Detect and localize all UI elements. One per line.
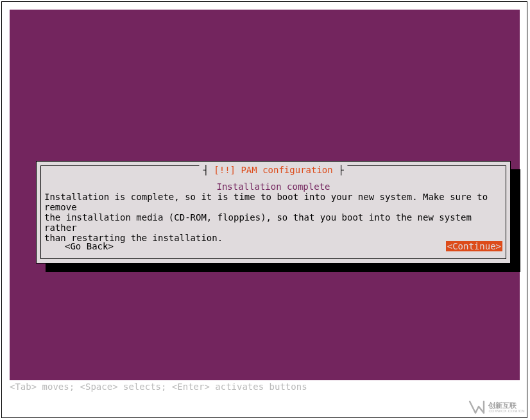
title-text: PAM configuration (235, 165, 333, 175)
title-border-right: ├ (333, 165, 344, 175)
dialog-body: Installation is complete, so it is time … (44, 192, 502, 243)
watermark-en: CDXWCX.COM/CN (488, 409, 525, 413)
dialog-title: ┤ [!!] PAM configuration ├ (199, 165, 347, 175)
title-priority-mark: [!!] (214, 165, 235, 175)
watermark: 创新互联 CDXWCX.COM/CN (468, 398, 525, 416)
continue-button[interactable]: <Continue> (446, 241, 502, 251)
help-bar: <Tab> moves; <Space> selects; <Enter> ac… (10, 382, 307, 392)
watermark-logo-icon (468, 398, 486, 416)
dialog: ┤ [!!] PAM configuration ├ Installation … (36, 161, 511, 264)
watermark-cn: 创新互联 (488, 402, 525, 409)
dialog-subtitle: Installation complete (37, 181, 510, 192)
installer-screen: ┤ [!!] PAM configuration ├ Installation … (10, 10, 520, 380)
title-border-left: ┤ (203, 165, 214, 175)
go-back-button[interactable]: <Go Back> (65, 241, 114, 251)
watermark-text: 创新互联 CDXWCX.COM/CN (488, 402, 525, 413)
